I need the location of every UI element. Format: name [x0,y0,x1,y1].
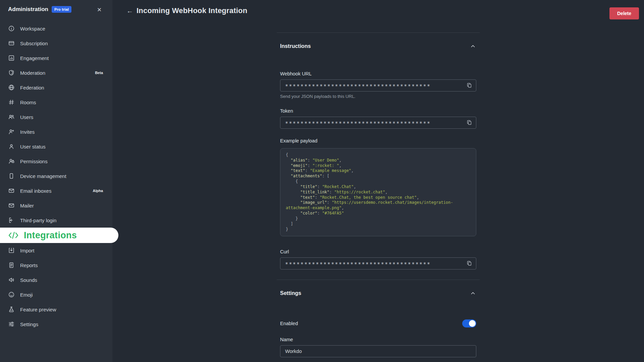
close-icon[interactable]: ✕ [95,5,104,14]
sidebar-item-label: Engagement [20,55,49,61]
curl-input[interactable] [280,257,476,269]
copy-icon[interactable] [466,260,473,267]
sidebar-item-invites[interactable]: Invites [0,124,112,139]
sound-icon [8,277,15,283]
sidebar-item-reports[interactable]: Reports [0,258,112,273]
sidebar-item-label: Sounds [20,277,37,283]
sidebar-item-label: Settings [20,321,38,327]
sidebar-item-settings[interactable]: Settings [0,317,112,331]
login-icon [8,217,15,224]
sidebar-item-label: Subscription [20,41,48,46]
webhook-url-hint: Send your JSON payloads to this URL. [280,94,476,99]
sidebar-item-integrations[interactable]: Integrations [0,228,118,243]
sidebar-item-label: Permissions [20,159,48,164]
sidebar-item-label: Federation [20,85,44,90]
chart-icon [8,55,15,61]
sidebar-item-label: Rooms [20,100,36,105]
sidebar-item-label: Invites [20,129,35,135]
report-icon [8,262,15,268]
name-label: Name [280,337,476,342]
sidebar-item-workspace[interactable]: Workspace [0,21,112,36]
user-plus-icon [8,128,15,135]
token-input[interactable] [280,117,476,129]
mail-icon [8,202,15,209]
back-arrow-icon[interactable]: ← [126,7,134,15]
sidebar-item-permissions[interactable]: Permissions [0,154,112,169]
enabled-label: Enabled [280,321,298,326]
enabled-toggle[interactable] [462,319,476,327]
emoji-icon [8,291,15,298]
sidebar-item-moderation[interactable]: ModerationBeta [0,65,112,80]
sidebar-item-mailer[interactable]: Mailer [0,198,112,213]
delete-button[interactable]: Delete [609,7,639,19]
sidebar-item-label: User status [20,144,46,149]
sidebar-item-label: Third-party login [20,218,56,223]
sidebar-item-federation[interactable]: Federation [0,80,112,95]
shield-icon [8,69,15,76]
settings-section-header: Settings [280,290,476,297]
sidebar-item-email-inboxes[interactable]: Email inboxesAlpha [0,183,112,198]
user-icon [8,143,15,150]
webhook-url-label: Webhook URL [280,71,476,76]
sidebar-item-user-status[interactable]: User status [0,139,112,154]
sidebar-item-label: Integrations [24,230,77,241]
sidebar-item-sounds[interactable]: Sounds [0,273,112,287]
token-label: Token [280,108,476,114]
chevron-up-icon[interactable] [470,290,476,297]
sidebar-item-third-party-login[interactable]: Third-party login [0,213,112,228]
main-panel: ← Incoming WebHook Integration Delete In… [112,0,644,362]
section-title: Settings [280,290,301,296]
name-input[interactable] [280,345,476,357]
sidebar-item-label: Feature preview [20,307,56,312]
sidebar-item-label: Import [20,248,35,253]
globe-icon [8,84,15,91]
card-icon [8,40,15,47]
admin-sidebar: Administration Pro trial ✕ WorkspaceSubs… [0,0,112,362]
example-payload-code: { "alias": "User Demo", "emoji": ":rocke… [280,148,476,236]
form-content: Instructions Webhook URL Send your JSON … [112,21,644,362]
sidebar-item-label: Users [20,114,33,120]
sidebar-item-subscription[interactable]: Subscription [0,36,112,51]
webhook-url-input[interactable] [280,79,476,92]
sidebar-item-label: Mailer [20,203,34,208]
sliders-icon [8,321,15,327]
section-title: Instructions [280,43,311,49]
hash-icon [8,99,15,106]
stage-badge: Alpha [93,189,103,193]
page-title: Incoming WebHook Integration [137,6,247,15]
sidebar-title: Administration [8,6,48,13]
curl-label: Curl [280,249,476,254]
sidebar-item-label: Reports [20,262,38,268]
toggle-knob [469,320,476,327]
chevron-up-icon[interactable] [470,43,476,50]
sidebar-item-label: Emoji [20,292,33,298]
instructions-section-header: Instructions [280,43,476,50]
sidebar-item-users[interactable]: Users [0,110,112,124]
team-icon [8,114,15,120]
copy-icon[interactable] [466,82,473,89]
sidebar-item-label: Email inboxes [20,188,51,194]
mail-icon [8,187,15,194]
section-divider [277,280,480,280]
sidebar-nav: WorkspaceSubscriptionEngagementModeratio… [0,21,112,331]
flask-icon [8,306,15,313]
plan-badge: Pro trial [52,6,71,13]
sidebar-item-device-management[interactable]: Device management [0,169,112,183]
copy-icon[interactable] [466,119,473,126]
sidebar-item-emoji[interactable]: Emoji [0,287,112,302]
stage-badge: Beta [95,71,103,75]
example-payload-label: Example payload [280,138,476,143]
sidebar-item-import[interactable]: Import [0,243,112,258]
sidebar-item-label: Device management [20,173,66,179]
section-divider [277,33,480,33]
code-icon [8,231,19,239]
sidebar-item-feature-preview[interactable]: Feature preview [0,302,112,317]
sidebar-item-label: Moderation [20,70,45,76]
sidebar-item-engagement[interactable]: Engagement [0,51,112,65]
user-lock-icon [8,158,15,165]
sidebar-item-label: Workspace [20,26,45,32]
mobile-icon [8,173,15,179]
sidebar-item-rooms[interactable]: Rooms [0,95,112,110]
page-header: ← Incoming WebHook Integration [112,0,644,21]
info-icon [8,25,15,32]
